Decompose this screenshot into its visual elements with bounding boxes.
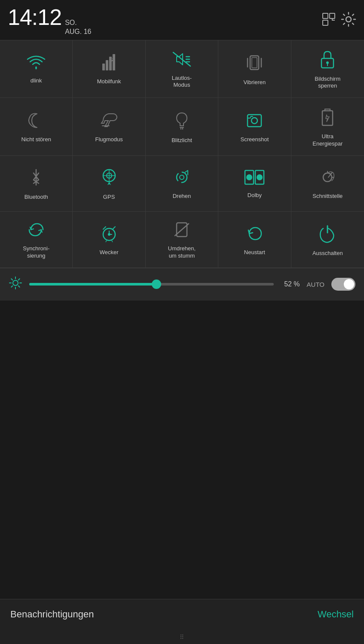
svg-rect-15 bbox=[322, 111, 333, 125]
svg-rect-10 bbox=[252, 58, 257, 68]
date-label: AUG. 16 bbox=[65, 27, 91, 36]
svg-rect-8 bbox=[113, 54, 115, 70]
brightness-percent: 52 % bbox=[281, 280, 300, 288]
svg-rect-0 bbox=[323, 13, 328, 18]
qs-dnd-label: Nicht stören bbox=[21, 136, 51, 143]
qs-bluetooth-label: Bluetooth bbox=[24, 194, 48, 201]
qs-interface-label: Schnittstelle bbox=[312, 193, 343, 200]
qs-airplane[interactable]: Flugmodus bbox=[73, 98, 145, 156]
svg-point-26 bbox=[108, 233, 110, 236]
qs-silent-label: Lautlos-Modus bbox=[172, 75, 192, 89]
toggle-knob bbox=[344, 279, 354, 289]
auto-brightness-toggle[interactable] bbox=[331, 278, 355, 291]
wifi-icon bbox=[27, 55, 46, 73]
sync-icon bbox=[28, 221, 45, 241]
qs-flashlight[interactable]: Blitzlicht bbox=[146, 98, 218, 156]
switch-label[interactable]: Wechsel bbox=[318, 609, 354, 620]
qs-wifi-label: dlink bbox=[31, 77, 42, 85]
qs-flipmute[interactable]: Umdrehen,um stumm bbox=[146, 212, 218, 268]
mute-icon bbox=[172, 51, 191, 70]
power-icon bbox=[319, 224, 336, 246]
qs-restart[interactable]: Neustart bbox=[218, 212, 291, 268]
qs-sync-label: Synchroni-sierung bbox=[23, 245, 49, 260]
svg-point-23 bbox=[257, 174, 263, 180]
settings-icon[interactable] bbox=[341, 12, 356, 29]
notifications-label[interactable]: Benachrichtigungen bbox=[10, 609, 94, 620]
svg-rect-5 bbox=[102, 64, 105, 70]
qs-ultrasave[interactable]: UltraEnergiespar bbox=[291, 98, 364, 156]
signal-icon bbox=[101, 54, 117, 74]
qs-power[interactable]: Ausschalten bbox=[291, 212, 364, 268]
clock: 14:12 bbox=[8, 4, 61, 30]
recent-apps-icon[interactable] bbox=[322, 12, 336, 28]
bottom-nav: Benachrichtigungen Wechsel bbox=[0, 599, 364, 629]
qs-lock[interactable]: Bildschirmsperren bbox=[291, 40, 364, 98]
svg-point-14 bbox=[251, 118, 257, 124]
bottom-area: Benachrichtigungen Wechsel ⠿ bbox=[0, 599, 364, 644]
battery-icon bbox=[321, 107, 333, 129]
qs-screenshot-label: Screenshot bbox=[241, 136, 269, 143]
qs-wifi[interactable]: dlink bbox=[0, 40, 73, 98]
qs-lock-label: Bildschirmsperren bbox=[315, 76, 340, 90]
restart-icon bbox=[246, 225, 263, 245]
qs-power-label: Ausschalten bbox=[312, 250, 343, 257]
status-icons bbox=[322, 12, 356, 29]
brightness-row: 52 % AUTO bbox=[0, 268, 364, 301]
qs-alarm-label: Wecker bbox=[100, 249, 119, 256]
brightness-fill bbox=[29, 283, 156, 286]
status-bar: 14:12 SO. AUG. 16 bbox=[0, 0, 364, 40]
qs-mobile-label: Mobilfunk bbox=[97, 78, 121, 85]
date-block: SO. AUG. 16 bbox=[65, 18, 91, 36]
home-indicator[interactable]: ⠿ bbox=[0, 629, 364, 644]
qs-dnd[interactable]: Nicht stören bbox=[0, 98, 73, 156]
vibrate-icon bbox=[247, 53, 262, 75]
svg-rect-2 bbox=[323, 20, 328, 25]
qs-airplane-label: Flugmodus bbox=[95, 136, 122, 143]
qs-restart-label: Neustart bbox=[244, 249, 265, 256]
svg-rect-9 bbox=[250, 56, 259, 70]
brightness-slider[interactable] bbox=[29, 283, 274, 286]
brightness-thumb bbox=[152, 279, 161, 289]
time-block: 14:12 SO. AUG. 16 bbox=[8, 4, 92, 36]
svg-point-4 bbox=[35, 67, 37, 69]
qs-interface[interactable]: Schnittstelle bbox=[291, 156, 364, 212]
svg-point-28 bbox=[13, 280, 18, 286]
bluetooth-icon bbox=[30, 168, 42, 189]
svg-point-3 bbox=[346, 17, 351, 22]
qs-sync[interactable]: Synchroni-sierung bbox=[0, 212, 73, 268]
qs-flashlight-label: Blitzlicht bbox=[171, 137, 192, 144]
qs-rotate-label: Drehen bbox=[173, 193, 191, 200]
interface-icon bbox=[319, 169, 336, 188]
bulb-icon bbox=[175, 111, 189, 133]
svg-rect-7 bbox=[109, 57, 112, 70]
brightness-icon bbox=[9, 276, 22, 293]
brightness-auto-label: AUTO bbox=[307, 281, 324, 288]
qs-gps[interactable]: GPS bbox=[73, 156, 145, 212]
qs-dolby[interactable]: Dolby bbox=[218, 156, 291, 212]
dolby-icon bbox=[244, 170, 265, 188]
brightness-track bbox=[29, 283, 274, 286]
qs-grid: dlink Mobilfunk bbox=[0, 40, 364, 268]
qs-mobile[interactable]: Mobilfunk bbox=[73, 40, 145, 98]
svg-point-21 bbox=[246, 174, 252, 180]
qs-vibrate-label: Vibrieren bbox=[243, 79, 266, 86]
qs-gps-label: GPS bbox=[103, 194, 115, 201]
svg-point-18 bbox=[177, 172, 187, 182]
qs-ultrasave-label: UltraEnergiespar bbox=[312, 133, 343, 148]
qs-rotate[interactable]: Drehen bbox=[146, 156, 218, 212]
quick-settings-panel: dlink Mobilfunk bbox=[0, 40, 364, 301]
moon-icon bbox=[28, 112, 44, 132]
qs-vibrate[interactable]: Vibrieren bbox=[218, 40, 291, 98]
svg-rect-6 bbox=[106, 60, 108, 70]
qs-flipmute-label: Umdrehen,um stumm bbox=[168, 245, 196, 260]
qs-screenshot[interactable]: Screenshot bbox=[218, 98, 291, 156]
qs-bluetooth[interactable]: Bluetooth bbox=[0, 156, 73, 212]
qs-silent[interactable]: Lautlos-Modus bbox=[146, 40, 218, 98]
alarm-icon bbox=[101, 225, 118, 245]
svg-rect-13 bbox=[248, 115, 261, 127]
qs-alarm[interactable]: Wecker bbox=[73, 212, 145, 268]
flipmute-icon bbox=[173, 221, 190, 241]
qs-dolby-label: Dolby bbox=[248, 192, 262, 199]
screenshot-icon bbox=[246, 112, 263, 132]
home-dots-icon: ⠿ bbox=[180, 634, 185, 641]
